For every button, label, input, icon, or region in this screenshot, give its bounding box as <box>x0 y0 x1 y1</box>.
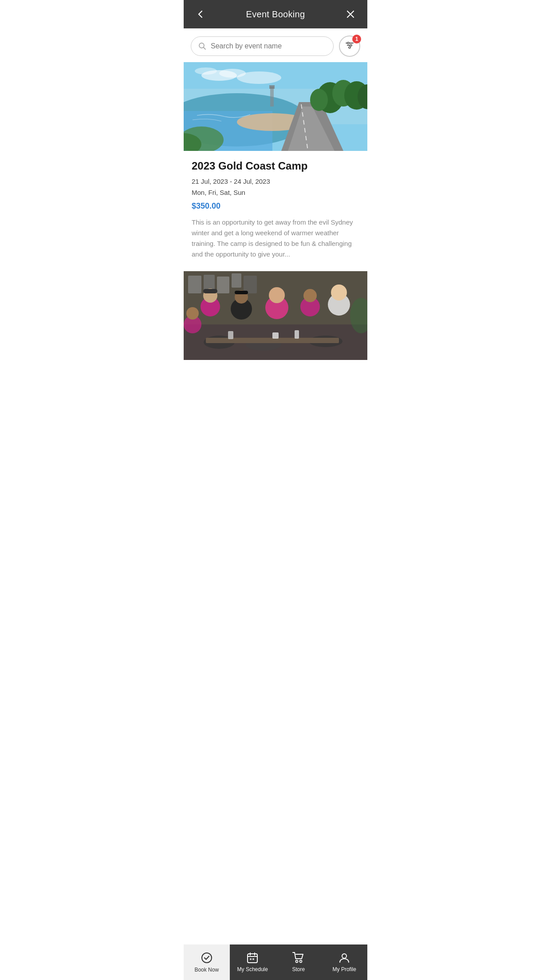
check-circle-icon <box>201 952 213 964</box>
svg-rect-19 <box>269 85 275 89</box>
nav-item-book-now[interactable]: Book Now <box>184 944 230 980</box>
person-icon <box>338 952 350 964</box>
svg-rect-56 <box>248 954 257 963</box>
svg-rect-48 <box>206 338 339 343</box>
event-dates-1: 21 Jul, 2023 - 24 Jul, 2023 <box>192 178 359 185</box>
event-details-1: 2023 Gold Coast Camp 21 Jul, 2023 - 24 J… <box>184 151 367 267</box>
close-button[interactable] <box>342 6 358 22</box>
svg-point-4 <box>347 42 349 44</box>
event-price-1: $350.00 <box>192 202 359 211</box>
filter-button[interactable]: 1 <box>339 36 360 57</box>
event-image-1 <box>184 62 367 151</box>
event-title-1: 2023 Gold Coast Camp <box>192 160 359 172</box>
svg-rect-60 <box>250 958 252 960</box>
bottom-navigation: Book Now My Schedule Store <box>184 944 367 980</box>
app-header: Event Booking <box>184 0 367 28</box>
search-icon <box>198 42 206 50</box>
svg-rect-30 <box>217 277 229 293</box>
search-bar <box>191 36 334 56</box>
svg-rect-18 <box>270 87 274 107</box>
back-button[interactable] <box>193 6 209 22</box>
svg-point-0 <box>199 43 204 48</box>
svg-rect-50 <box>272 332 279 339</box>
svg-point-53 <box>186 307 199 320</box>
svg-point-64 <box>342 954 346 958</box>
svg-point-40 <box>269 287 285 303</box>
svg-rect-31 <box>232 273 241 288</box>
svg-rect-35 <box>203 289 217 293</box>
page-title: Event Booking <box>246 9 305 20</box>
svg-rect-29 <box>204 275 215 290</box>
svg-point-42 <box>303 289 317 302</box>
svg-point-24 <box>237 71 281 84</box>
nav-label-my-profile: My Profile <box>333 966 356 972</box>
svg-point-62 <box>295 960 298 963</box>
search-input[interactable] <box>211 42 326 50</box>
nav-label-book-now: Book Now <box>194 967 219 973</box>
content-area: 1 <box>184 28 367 400</box>
svg-rect-61 <box>252 958 254 960</box>
search-container: 1 <box>184 28 367 62</box>
event-description-1: This is an opportunity to get away from … <box>192 217 359 260</box>
event-image-2 <box>184 271 367 360</box>
nav-label-store: Store <box>292 966 305 972</box>
svg-point-63 <box>299 960 302 963</box>
svg-point-16 <box>310 89 328 111</box>
nav-item-my-schedule[interactable]: My Schedule <box>230 944 276 980</box>
cart-icon <box>292 952 305 964</box>
event-card-2[interactable] <box>184 271 367 360</box>
svg-point-6 <box>349 47 350 48</box>
svg-point-55 <box>202 953 212 963</box>
filter-badge: 1 <box>352 35 361 43</box>
svg-point-44 <box>331 285 347 300</box>
svg-point-25 <box>195 67 217 75</box>
nav-item-store[interactable]: Store <box>276 944 322 980</box>
calendar-icon <box>247 952 258 964</box>
svg-rect-28 <box>188 276 201 293</box>
event-days-1: Mon, Fri, Sat, Sun <box>192 189 359 196</box>
svg-rect-51 <box>295 330 299 339</box>
nav-item-my-profile[interactable]: My Profile <box>322 944 368 980</box>
svg-point-5 <box>350 44 352 46</box>
nav-label-my-schedule: My Schedule <box>237 966 268 972</box>
event-card-1[interactable]: 2023 Gold Coast Camp 21 Jul, 2023 - 24 J… <box>184 62 367 267</box>
filter-icon <box>345 41 354 51</box>
svg-rect-38 <box>235 291 248 294</box>
svg-rect-49 <box>228 331 233 339</box>
